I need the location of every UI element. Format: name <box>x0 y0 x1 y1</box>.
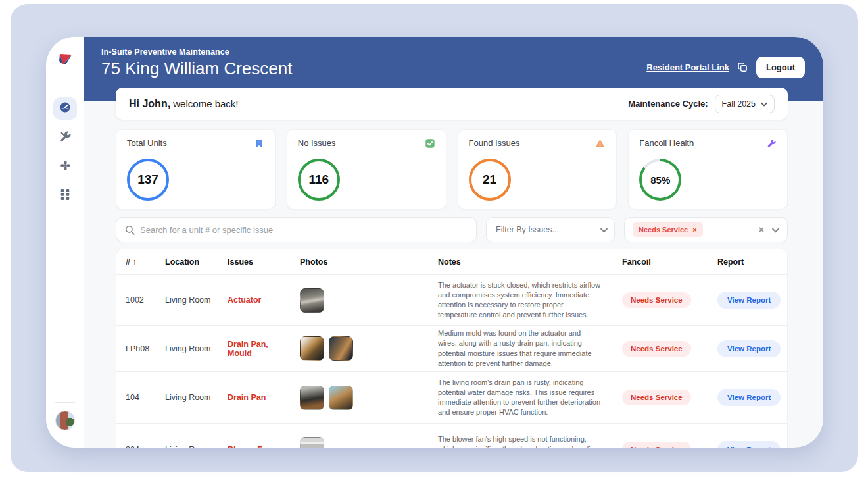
check-icon <box>425 138 435 151</box>
filter-chip-label: Needs Service <box>639 226 688 234</box>
warning-icon <box>594 138 606 151</box>
stat-label: Fancoil Health <box>639 138 694 148</box>
search-box <box>116 217 477 242</box>
building-icon <box>254 138 264 151</box>
maintenance-cycle-value: Fall 2025 <box>722 99 756 109</box>
view-report-button[interactable]: View Report <box>717 441 781 448</box>
unit-number: 104 <box>116 393 156 402</box>
notes-cell: Medium mold was found on the actuator an… <box>429 328 613 369</box>
issue-filter-select[interactable]: Filter By Issues... <box>486 217 615 242</box>
clear-filter-icon[interactable]: × <box>756 224 767 235</box>
stat-card-found-issues: Found Issues 21 <box>458 129 617 209</box>
greeting-salutation: Hi John, <box>129 98 170 109</box>
sidebar-divider <box>55 402 75 403</box>
chevron-down-icon <box>761 99 767 109</box>
sidebar-item-tools[interactable] <box>53 126 77 149</box>
company-logo <box>56 50 74 71</box>
sidebar-item-fancoil[interactable] <box>53 155 77 178</box>
maintenance-cycle-label: Maintenance Cycle: <box>628 99 708 109</box>
photo-thumbnail[interactable] <box>300 386 324 410</box>
unit-number: 204 <box>116 445 156 448</box>
app-subtitle: In-Suite Preventive Maintenance <box>101 47 292 57</box>
fancoil-status-badge: Needs Service <box>622 292 691 308</box>
fancoil-health-ring: 85% <box>639 159 681 201</box>
stat-label: No Issues <box>298 138 336 148</box>
copy-link-icon[interactable] <box>737 62 748 73</box>
stat-value-circle: 85% <box>642 161 679 198</box>
chevron-down-icon <box>600 224 608 236</box>
location-cell: Living Room <box>156 445 218 448</box>
stat-cards: Total Units 137 No Issues <box>116 129 788 209</box>
search-icon <box>124 224 135 236</box>
select-divider <box>594 223 594 236</box>
location-cell: Living Room <box>156 393 218 402</box>
notes-cell: The blower fan's high speed is not funct… <box>429 434 613 448</box>
chip-remove-icon[interactable]: × <box>692 226 696 234</box>
issues-cell: Drain Pan <box>218 393 291 402</box>
photos-cell <box>291 336 429 361</box>
column-header-location[interactable]: Location <box>156 257 218 267</box>
filter-row: Filter By Issues... Needs Service × × <box>116 217 788 242</box>
stat-value-circle: 21 <box>469 159 511 201</box>
sidebar-nav <box>53 97 77 207</box>
greeting-text: Hi John, welcome back! <box>129 98 239 110</box>
fancoil-status-badge: Needs Service <box>622 442 691 448</box>
issues-table: # ↑ Location Issues Photos Notes Fancoil… <box>116 249 788 448</box>
property-avatar[interactable] <box>55 411 75 430</box>
table-row: 204 Living Room Blower Fan The blower fa… <box>116 423 787 448</box>
status-filter-multiselect[interactable]: Needs Service × × <box>624 217 788 242</box>
page-title: 75 King William Crescent <box>101 59 292 79</box>
resident-portal-link[interactable]: Resident Portal Link <box>646 63 729 72</box>
photo-thumbnail[interactable] <box>300 437 324 448</box>
dashboard-gauge-icon <box>59 101 72 116</box>
view-report-button[interactable]: View Report <box>717 340 781 357</box>
photo-thumbnail[interactable] <box>329 386 353 410</box>
location-cell: Living Room <box>156 344 218 353</box>
stat-card-total-units: Total Units 137 <box>116 129 276 209</box>
wrench-icon <box>766 138 777 151</box>
stat-value-circle: 116 <box>298 159 340 201</box>
sidebar <box>46 37 84 448</box>
photos-cell <box>291 288 429 313</box>
active-filter-chip: Needs Service × <box>633 222 703 237</box>
main-area: In-Suite Preventive Maintenance 75 King … <box>84 37 823 448</box>
sort-ascending-icon: ↑ <box>132 257 136 267</box>
photos-cell <box>291 386 429 410</box>
unit-number: 1002 <box>116 295 156 305</box>
unit-number: LPh08 <box>116 344 156 353</box>
issue-filter-placeholder: Filter By Issues... <box>496 225 588 234</box>
location-cell: Living Room <box>156 295 218 305</box>
column-header-notes[interactable]: Notes <box>429 257 613 267</box>
photo-thumbnail[interactable] <box>300 288 324 313</box>
photos-cell <box>291 437 429 448</box>
search-input[interactable] <box>116 218 476 242</box>
fancoil-status-badge: Needs Service <box>622 341 691 357</box>
column-header-issues[interactable]: Issues <box>218 257 291 267</box>
stat-label: Found Issues <box>469 138 520 148</box>
stat-label: Total Units <box>127 138 167 148</box>
table-row: 1002 Living Room Actuator The actuator i… <box>116 274 787 325</box>
issues-cell: Blower Fan <box>218 445 291 448</box>
app-window: In-Suite Preventive Maintenance 75 King … <box>46 37 823 448</box>
photo-thumbnail[interactable] <box>329 336 353 361</box>
column-header-fancoil[interactable]: Fancoil <box>613 257 708 267</box>
sidebar-item-apps[interactable] <box>53 184 77 207</box>
greeting-bar: Hi John, welcome back! Maintenance Cycle… <box>116 88 788 120</box>
fan-icon <box>59 159 72 174</box>
sidebar-item-dashboard[interactable] <box>53 97 77 120</box>
tools-icon <box>59 130 72 145</box>
stat-value-circle: 137 <box>127 159 169 201</box>
notes-cell: The living room's drain pan is rusty, in… <box>429 378 613 418</box>
greeting-message: welcome back! <box>173 98 238 109</box>
column-header-report[interactable]: Report <box>708 257 788 267</box>
photo-thumbnail[interactable] <box>300 336 324 361</box>
table-header-row: # ↑ Location Issues Photos Notes Fancoil… <box>116 249 787 274</box>
stat-card-fancoil-health: Fancoil Health 85% <box>628 129 788 209</box>
view-report-button[interactable]: View Report <box>717 389 781 406</box>
column-header-unit[interactable]: # ↑ <box>116 257 156 267</box>
view-report-button[interactable]: View Report <box>717 292 781 309</box>
fancoil-status-badge: Needs Service <box>622 390 691 405</box>
column-header-photos[interactable]: Photos <box>291 257 429 267</box>
maintenance-cycle-select[interactable]: Fall 2025 <box>715 95 775 113</box>
logout-button[interactable]: Logout <box>756 57 805 78</box>
